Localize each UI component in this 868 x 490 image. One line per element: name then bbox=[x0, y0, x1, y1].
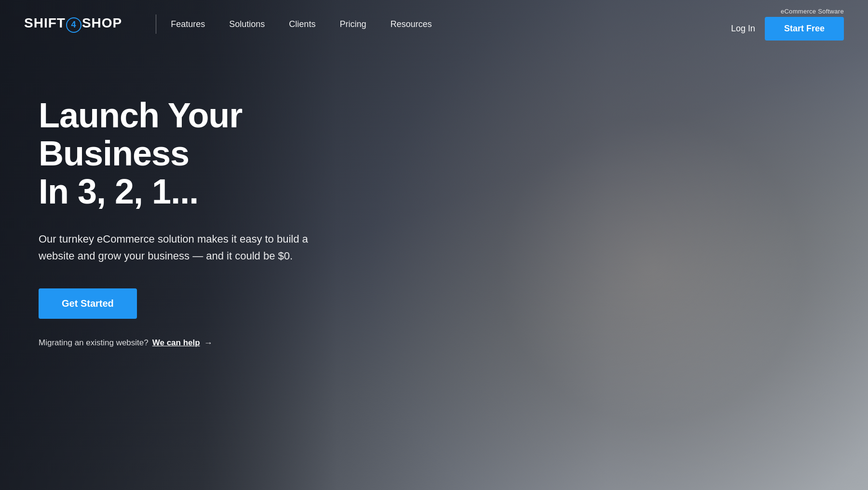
nav-clients[interactable]: Clients bbox=[289, 19, 315, 29]
logo-shift: SHIFT bbox=[24, 15, 66, 30]
ecommerce-label: eCommerce Software bbox=[781, 8, 844, 15]
hero-headline-line2: In 3, 2, 1... bbox=[39, 172, 198, 211]
migrate-row: Migrating an existing website? We can he… bbox=[39, 338, 323, 348]
navbar-actions: Log In Start Free bbox=[731, 17, 844, 41]
logo-four: 4 bbox=[66, 17, 81, 33]
logo[interactable]: SHIFT4SHOP bbox=[24, 15, 122, 33]
nav-resources[interactable]: Resources bbox=[390, 19, 432, 29]
nav-links: Features Solutions Clients Pricing Resou… bbox=[171, 19, 731, 29]
migrate-link[interactable]: We can help bbox=[152, 338, 200, 348]
migrate-prefix: Migrating an existing website? bbox=[39, 338, 149, 348]
hero-content: Launch Your Business In 3, 2, 1... Our t… bbox=[0, 48, 347, 348]
hero-subtext: Our turnkey eCommerce solution makes it … bbox=[39, 231, 323, 264]
navbar-right: eCommerce Software Log In Start Free bbox=[731, 8, 844, 41]
logo-divider bbox=[156, 14, 156, 34]
get-started-button[interactable]: Get Started bbox=[39, 288, 137, 319]
login-button[interactable]: Log In bbox=[731, 24, 755, 34]
hero-headline-line1: Launch Your Business bbox=[39, 96, 242, 173]
start-free-button[interactable]: Start Free bbox=[765, 17, 844, 41]
nav-solutions[interactable]: Solutions bbox=[229, 19, 265, 29]
nav-pricing[interactable]: Pricing bbox=[339, 19, 366, 29]
navbar: SHIFT4SHOP Features Solutions Clients Pr… bbox=[0, 0, 868, 48]
nav-features[interactable]: Features bbox=[171, 19, 205, 29]
arrow-icon: → bbox=[204, 338, 213, 348]
hero-headline: Launch Your Business In 3, 2, 1... bbox=[39, 96, 323, 211]
logo-shop: SHOP bbox=[82, 15, 122, 30]
